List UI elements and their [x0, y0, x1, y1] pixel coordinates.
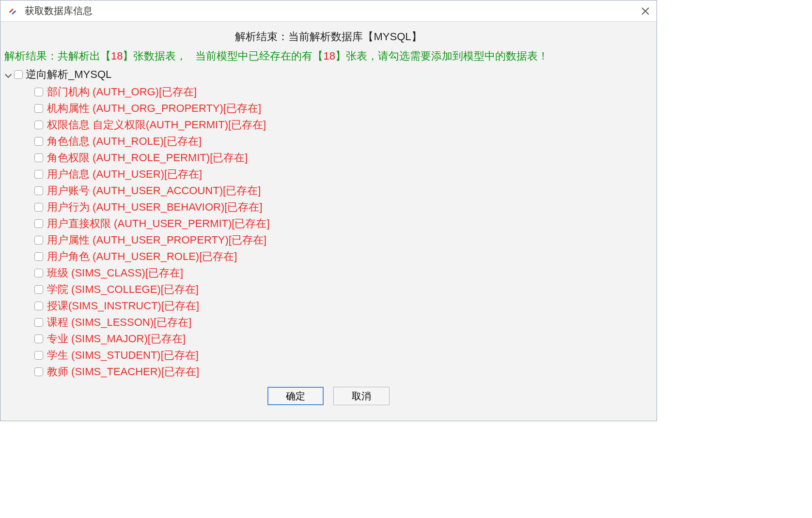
tree-item[interactable]: 用户直接权限 (AUTH_USER_PERMIT)[已存在]: [34, 215, 653, 232]
tree-item[interactable]: 部门机构 (AUTH_ORG)[已存在]: [34, 84, 653, 100]
tree-item-checkbox[interactable]: [34, 121, 43, 129]
tree-item-checkbox[interactable]: [34, 252, 43, 261]
tree-item-checkbox[interactable]: [34, 269, 43, 277]
tree-item-label: 专业 (SIMS_MAJOR)[已存在]: [47, 331, 186, 347]
tree-item[interactable]: 机构属性 (AUTH_ORG_PROPERTY)[已存在]: [34, 100, 653, 117]
tree-item-label: 用户行为 (AUTH_USER_BEHAVIOR)[已存在]: [47, 199, 263, 215]
tree-root-checkbox[interactable]: [14, 70, 23, 79]
summary-count-exist: 18: [323, 50, 335, 62]
tree-item-label: 课程 (SIMS_LESSON)[已存在]: [47, 314, 191, 331]
tree-item-label: 用户账号 (AUTH_USER_ACCOUNT)[已存在]: [47, 183, 261, 199]
tree-item-checkbox[interactable]: [34, 302, 43, 310]
tree-item[interactable]: 学院 (SIMS_COLLEGE)[已存在]: [34, 281, 653, 298]
tree-item-checkbox[interactable]: [34, 186, 43, 195]
tree-item-label: 用户属性 (AUTH_USER_PROPERTY)[已存在]: [47, 232, 266, 248]
tree-item[interactable]: 专业 (SIMS_MAJOR)[已存在]: [34, 331, 653, 347]
tree-item-label: 学院 (SIMS_COLLEGE)[已存在]: [47, 281, 199, 298]
tree-item[interactable]: 权限信息 自定义权限(AUTH_PERMIT)[已存在]: [34, 117, 653, 133]
ok-button[interactable]: 确定: [267, 387, 324, 405]
summary-text: 解析结果：共解析出【: [4, 50, 111, 62]
tree-item-checkbox[interactable]: [34, 219, 43, 228]
tree-item[interactable]: 课程 (SIMS_LESSON)[已存在]: [34, 314, 653, 331]
tree-root[interactable]: 逆向解析_MYSQL: [4, 67, 653, 82]
tree-item[interactable]: 用户属性 (AUTH_USER_PROPERTY)[已存在]: [34, 232, 653, 248]
tree-item[interactable]: 用户账号 (AUTH_USER_ACCOUNT)[已存在]: [34, 183, 653, 199]
summary-text: 】张表，请勾选需要添加到模型中的数据表！: [335, 50, 548, 62]
chevron-down-icon[interactable]: [4, 71, 11, 78]
tree-item-label: 角色权限 (AUTH_ROLE_PERMIT)[已存在]: [47, 150, 248, 166]
tree-item-label: 学生 (SIMS_STUDENT)[已存在]: [47, 347, 199, 364]
tree-item-label: 机构属性 (AUTH_ORG_PROPERTY)[已存在]: [47, 100, 261, 117]
app-icon: [7, 6, 18, 16]
tree-item-label: 角色信息 (AUTH_ROLE)[已存在]: [47, 133, 202, 150]
tree-item[interactable]: 用户行为 (AUTH_USER_BEHAVIOR)[已存在]: [34, 199, 653, 215]
tree-item-checkbox[interactable]: [34, 285, 43, 294]
tree-item-label: 教师 (SIMS_TEACHER)[已存在]: [47, 364, 199, 380]
tree-children: 部门机构 (AUTH_ORG)[已存在]机构属性 (AUTH_ORG_PROPE…: [34, 84, 653, 380]
table-tree: 逆向解析_MYSQL 部门机构 (AUTH_ORG)[已存在]机构属性 (AUT…: [0, 67, 656, 380]
tree-item[interactable]: 用户信息 (AUTH_USER)[已存在]: [34, 166, 653, 183]
tree-item[interactable]: 用户角色 (AUTH_USER_ROLE)[已存在]: [34, 248, 653, 265]
tree-item-checkbox[interactable]: [34, 318, 43, 327]
tree-item[interactable]: 学生 (SIMS_STUDENT)[已存在]: [34, 347, 653, 364]
parse-result-header: 解析结束：当前解析数据库【MYSQL】: [0, 30, 656, 44]
tree-item-label: 用户直接权限 (AUTH_USER_PERMIT)[已存在]: [47, 215, 270, 232]
summary-text: 当前模型中已经存在的有【: [195, 50, 323, 62]
parse-summary: 解析结果：共解析出【18】张数据表，当前模型中已经存在的有【18】张表，请勾选需…: [0, 49, 656, 63]
tree-item-checkbox[interactable]: [34, 203, 43, 212]
tree-item-label: 班级 (SIMS_CLASS)[已存在]: [47, 265, 183, 281]
tree-item[interactable]: 教师 (SIMS_TEACHER)[已存在]: [34, 364, 653, 380]
close-icon[interactable]: [640, 6, 650, 16]
cancel-button-label: 取消: [352, 390, 371, 403]
tree-item-checkbox[interactable]: [34, 88, 43, 96]
tree-item-checkbox[interactable]: [34, 335, 43, 343]
tree-item-checkbox[interactable]: [34, 367, 43, 376]
tree-item-checkbox[interactable]: [34, 137, 43, 146]
tree-item[interactable]: 角色权限 (AUTH_ROLE_PERMIT)[已存在]: [34, 150, 653, 166]
tree-item-checkbox[interactable]: [34, 236, 43, 244]
summary-count-parsed: 18: [111, 50, 123, 62]
tree-item-label: 权限信息 自定义权限(AUTH_PERMIT)[已存在]: [47, 117, 266, 133]
tree-root-label: 逆向解析_MYSQL: [26, 67, 111, 82]
tree-item-checkbox[interactable]: [34, 170, 43, 179]
button-bar: 确定 取消: [0, 380, 656, 412]
tree-item[interactable]: 授课(SIMS_INSTRUCT)[已存在]: [34, 298, 653, 314]
tree-item-checkbox[interactable]: [34, 153, 43, 162]
tree-item-checkbox[interactable]: [34, 104, 43, 113]
tree-item[interactable]: 角色信息 (AUTH_ROLE)[已存在]: [34, 133, 653, 150]
summary-text: 】张数据表，: [123, 50, 187, 62]
cancel-button[interactable]: 取消: [333, 387, 390, 405]
dialog-window: 获取数据库信息 解析结束：当前解析数据库【MYSQL】 解析结果：共解析出【18…: [0, 0, 657, 421]
tree-item-label: 部门机构 (AUTH_ORG)[已存在]: [47, 84, 197, 100]
ok-button-label: 确定: [286, 390, 305, 403]
tree-item-checkbox[interactable]: [34, 351, 43, 360]
dialog-content: 解析结束：当前解析数据库【MYSQL】 解析结果：共解析出【18】张数据表，当前…: [0, 22, 656, 421]
tree-item-label: 用户信息 (AUTH_USER)[已存在]: [47, 166, 202, 183]
window-title: 获取数据库信息: [25, 4, 640, 17]
tree-item-label: 用户角色 (AUTH_USER_ROLE)[已存在]: [47, 248, 237, 265]
title-bar: 获取数据库信息: [0, 0, 656, 22]
tree-item-label: 授课(SIMS_INSTRUCT)[已存在]: [47, 298, 199, 314]
tree-item[interactable]: 班级 (SIMS_CLASS)[已存在]: [34, 265, 653, 281]
